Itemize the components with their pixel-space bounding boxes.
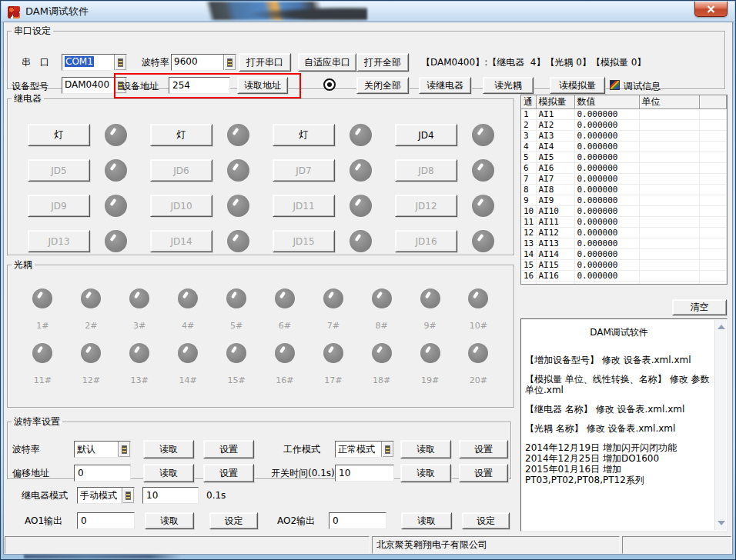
work-mode-read-button[interactable]: 读取 [400, 440, 451, 458]
analog-table-row[interactable]: 5 AI5 0.000000 [521, 152, 727, 163]
opto-cell: 7# [309, 288, 357, 331]
relay-button[interactable]: JD8 [395, 159, 457, 182]
switch-time-input[interactable] [335, 465, 394, 482]
relay-button[interactable]: JD5 [28, 159, 90, 182]
log-scrollbar[interactable] [714, 320, 726, 530]
work-mode-dropdown[interactable] [381, 442, 393, 457]
cell-value: 0.000000 [574, 217, 639, 228]
relay-button[interactable]: JD13 [28, 230, 90, 252]
relay-mode-time-input[interactable] [142, 487, 199, 504]
baud-combo[interactable]: 9600 [171, 54, 236, 71]
relay-button[interactable]: 灯 [273, 124, 335, 146]
device-summary: 【DAM0400】:【继电器 4】【光耦 0】【模拟量 0】 [421, 57, 646, 68]
cell-analog: AI2 [536, 120, 574, 131]
ao2-read-button[interactable]: 读取 [401, 512, 452, 529]
analog-table-row[interactable]: 2 AI2 0.000000 [521, 120, 727, 131]
opto-cell: 4# [164, 288, 212, 331]
offset-read-button[interactable]: 读取 [143, 464, 194, 482]
relay-button[interactable]: JD7 [273, 159, 335, 182]
col-header-unit[interactable]: 单位 [639, 95, 699, 109]
read-analog-button[interactable]: 读模拟量 [550, 77, 605, 94]
work-mode-set-button[interactable]: 设置 [459, 440, 508, 458]
clear-button[interactable]: 清空 [672, 299, 727, 315]
col-header-channel[interactable]: 通 [521, 95, 536, 109]
work-mode-combo[interactable]: 正常模式 [335, 441, 394, 458]
ao1-set-button[interactable]: 设定 [209, 512, 258, 529]
switch-time-read-button[interactable]: 读取 [400, 464, 451, 482]
analog-table-row[interactable]: 16 AI16 0.000000 [521, 271, 727, 282]
relay-cell: JD11 [273, 195, 372, 217]
opto-led-indicator [275, 343, 295, 363]
ao2-set-button[interactable]: 设定 [462, 512, 510, 529]
analog-table-row[interactable]: 10 AI10 0.000000 [521, 206, 727, 217]
offset-set-button[interactable]: 设置 [203, 464, 254, 482]
opto-cell: 14# [164, 343, 212, 385]
cell-value: 0.000000 [574, 120, 639, 131]
open-serial-button[interactable]: 打开串口 [239, 53, 291, 72]
relay-button[interactable]: JD4 [395, 124, 457, 146]
dropdown-icon [125, 492, 131, 500]
analog-table-row[interactable]: 14 AI14 0.000000 [521, 249, 727, 260]
cell-value: 0.000000 [574, 271, 639, 282]
baud-read-button[interactable]: 读取 [143, 440, 194, 458]
analog-table-row[interactable]: 11 AI11 0.000000 [521, 217, 727, 228]
analog-table-row[interactable]: 13 AI13 0.000000 [521, 238, 727, 249]
read-opto-button[interactable]: 读光耦 [483, 77, 534, 94]
scroll-down-icon[interactable] [718, 521, 725, 525]
port-combo[interactable]: COM1 [62, 54, 127, 71]
offset-input[interactable] [74, 465, 131, 482]
relay-button[interactable]: JD6 [150, 159, 212, 182]
baud-default-combo[interactable]: 默认 [74, 441, 131, 458]
opto-channel-label: 7# [327, 321, 340, 331]
relay-button[interactable]: JD15 [273, 230, 335, 252]
read-address-button[interactable]: 读取地址 [237, 77, 288, 94]
relay-button[interactable]: JD9 [28, 195, 90, 217]
relay-cell: JD14 [150, 230, 249, 252]
analog-table-row[interactable]: 8 AI8 0.000000 [521, 185, 727, 195]
analog-table-row[interactable]: 6 AI6 0.000000 [521, 163, 727, 174]
relay-led-indicator [105, 230, 127, 252]
ao1-read-button[interactable]: 读取 [145, 512, 194, 529]
close-all-button[interactable]: 关闭全部 [356, 77, 409, 94]
analog-table-row[interactable]: 15 AI15 0.000000 [521, 260, 727, 271]
analog-table-row[interactable]: 9 AI9 0.000000 [521, 195, 727, 206]
relay-mode-combo[interactable]: 手动模式 [77, 487, 135, 504]
log-box[interactable]: DAM调试软件 【增加设备型号】 修改 设备表.xml.xml【模拟量 单位、线… [520, 318, 728, 532]
baud-set-button[interactable]: 设置 [203, 440, 254, 458]
opto-channel-label: 13# [131, 375, 149, 385]
cell-value: 0.000000 [574, 260, 639, 271]
analog-table-row[interactable]: 12 AI12 0.000000 [521, 228, 727, 238]
cell-value: 0.000000 [574, 131, 639, 142]
adaptive-serial-button[interactable]: 自适应串口 [298, 53, 356, 72]
analog-table-row[interactable]: 3 AI3 0.000000 [521, 131, 727, 142]
open-all-button[interactable]: 打开全部 [356, 53, 409, 72]
baud-value: 9600 [172, 55, 223, 70]
ao2-input[interactable] [329, 512, 386, 529]
col-header-analog[interactable]: 模拟量 [536, 95, 574, 109]
analog-table-row[interactable]: 1 AI1 0.000000 [521, 109, 727, 120]
relay-button[interactable]: JD11 [273, 195, 335, 217]
analog-table-row[interactable]: 4 AI4 0.000000 [521, 142, 727, 152]
cell-analog: AI13 [536, 238, 574, 249]
cell-channel: 9 [521, 195, 536, 206]
read-relay-button[interactable]: 读继电器 [419, 77, 471, 94]
addr-input[interactable] [169, 77, 230, 94]
ao1-input[interactable] [77, 512, 135, 529]
relay-button[interactable]: JD14 [150, 230, 212, 252]
relay-button[interactable]: JD12 [395, 195, 457, 217]
relay-button[interactable]: JD10 [150, 195, 212, 217]
baud-combo-dropdown[interactable] [223, 55, 236, 70]
cell-channel: 15 [521, 260, 536, 271]
analog-table-row[interactable]: 7 AI7 0.000000 [521, 174, 727, 185]
baud-default-dropdown[interactable] [118, 442, 130, 457]
scroll-up-icon[interactable] [718, 325, 725, 329]
close-button[interactable] [694, 2, 728, 17]
col-header-value[interactable]: 数值 [574, 95, 639, 109]
relay-button[interactable]: JD16 [395, 230, 457, 252]
status-bar: 北京聚英翱翔电子有限公司 [5, 536, 731, 554]
port-combo-dropdown[interactable] [114, 55, 126, 70]
relay-button[interactable]: 灯 [28, 124, 90, 146]
switch-time-set-button[interactable]: 设置 [459, 464, 508, 482]
relay-mode-dropdown[interactable] [122, 488, 134, 503]
relay-button[interactable]: 灯 [150, 124, 212, 146]
